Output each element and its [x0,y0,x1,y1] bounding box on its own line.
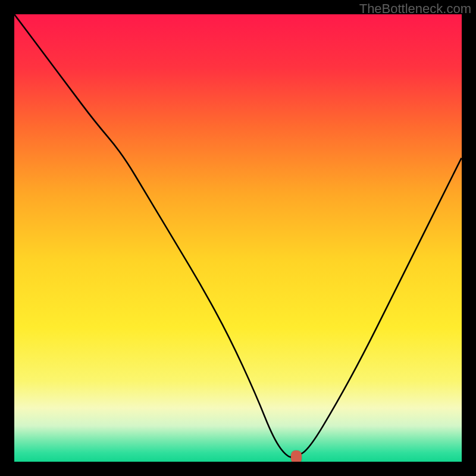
chart-canvas: TheBottleneck.com [0,0,476,476]
bottleneck-curve [14,14,462,462]
watermark-label: TheBottleneck.com [359,1,471,17]
plot-area [14,14,462,462]
optimum-marker-icon [291,450,302,462]
